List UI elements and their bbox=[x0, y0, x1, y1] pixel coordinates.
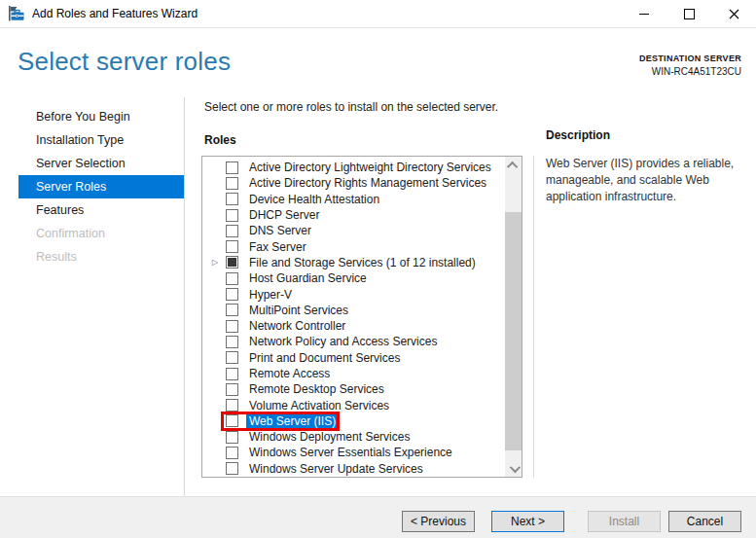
role-row-dhcp-server[interactable]: DHCP Server bbox=[202, 207, 505, 223]
role-label: Active Directory Lightweight Directory S… bbox=[246, 161, 494, 174]
role-label: DHCP Server bbox=[246, 208, 322, 222]
role-checkbox[interactable] bbox=[226, 462, 238, 475]
role-row-dns-server[interactable]: DNS Server bbox=[202, 223, 505, 238]
role-checkbox[interactable] bbox=[226, 304, 238, 316]
sidebar-item-server-roles[interactable]: Server Roles bbox=[18, 175, 184, 198]
role-checkbox[interactable] bbox=[226, 161, 238, 174]
maximize-button[interactable] bbox=[666, 0, 711, 27]
role-checkbox[interactable] bbox=[226, 256, 238, 269]
role-label: Windows Server Essentials Experience bbox=[246, 446, 455, 459]
checkbox-partial-fill bbox=[228, 258, 236, 267]
destination-server-block: DESTINATION SERVER WIN-RC4A51T23CU bbox=[639, 54, 741, 77]
destination-server-name: WIN-RC4A51T23CU bbox=[639, 66, 741, 77]
role-checkbox[interactable] bbox=[226, 447, 238, 459]
role-checkbox[interactable] bbox=[226, 414, 238, 427]
sidebar-item-features[interactable]: Features bbox=[0, 198, 184, 222]
role-row-windows-server-essentials-experience[interactable]: Windows Server Essentials Experience bbox=[202, 445, 505, 460]
role-label: Network Controller bbox=[246, 319, 348, 333]
role-label: File and Storage Services (1 of 12 insta… bbox=[246, 256, 479, 269]
role-row-device-health-attestation[interactable]: Device Health Attestation bbox=[202, 192, 505, 207]
role-label: DNS Server bbox=[246, 224, 314, 237]
role-row-fax-server[interactable]: Fax Server bbox=[202, 238, 505, 254]
role-row-hyper-v[interactable]: Hyper-V bbox=[202, 286, 505, 302]
previous-button[interactable]: < Previous bbox=[402, 511, 475, 532]
sidebar-item-server-selection[interactable]: Server Selection bbox=[0, 152, 184, 175]
role-checkbox[interactable] bbox=[226, 177, 238, 190]
role-row-remote-access[interactable]: Remote Access bbox=[202, 366, 505, 381]
chevron-down-icon bbox=[509, 461, 520, 472]
role-checkbox[interactable] bbox=[226, 383, 238, 396]
role-checkbox[interactable] bbox=[226, 225, 238, 237]
role-row-active-directory-lightweight-directory-services[interactable]: Active Directory Lightweight Directory S… bbox=[202, 160, 505, 175]
minimize-icon bbox=[639, 14, 649, 15]
title-bar: Add Roles and Features Wizard bbox=[0, 0, 756, 28]
role-checkbox[interactable] bbox=[226, 272, 238, 285]
scrollbar-thumb[interactable] bbox=[505, 212, 522, 450]
close-button[interactable] bbox=[711, 0, 756, 27]
sidebar-item-results: Results bbox=[0, 245, 184, 269]
scrollbar-down-button[interactable] bbox=[505, 460, 522, 477]
roles-list-label: Roles bbox=[204, 133, 236, 147]
role-label: Remote Desktop Services bbox=[246, 382, 387, 396]
role-checkbox[interactable] bbox=[226, 240, 238, 253]
roles-scrollbar[interactable] bbox=[505, 157, 522, 477]
role-label: Active Directory Rights Management Servi… bbox=[246, 176, 489, 190]
role-checkbox[interactable] bbox=[226, 209, 238, 222]
wizard-app-icon bbox=[8, 6, 24, 21]
role-label: Windows Deployment Services bbox=[246, 430, 413, 444]
next-button[interactable]: Next > bbox=[491, 511, 564, 532]
role-label: MultiPoint Services bbox=[246, 304, 351, 317]
description-text: Web Server (IIS) provides a reliable, ma… bbox=[546, 156, 745, 205]
role-row-file-and-storage-services-1-of-12-installed[interactable]: ▷File and Storage Services (1 of 12 inst… bbox=[202, 255, 505, 270]
role-row-web-server-iis[interactable]: Web Server (IIS) bbox=[202, 413, 505, 429]
role-checkbox[interactable] bbox=[226, 336, 238, 348]
role-checkbox[interactable] bbox=[226, 431, 238, 444]
chevron-up-icon bbox=[506, 161, 517, 171]
minimize-button[interactable] bbox=[622, 0, 666, 27]
cancel-button[interactable]: Cancel bbox=[668, 511, 741, 532]
role-row-remote-desktop-services[interactable]: Remote Desktop Services bbox=[202, 381, 505, 397]
expand-arrow-icon[interactable]: ▷ bbox=[212, 259, 226, 267]
role-checkbox[interactable] bbox=[226, 351, 238, 364]
role-checkbox[interactable] bbox=[226, 399, 238, 412]
role-label: Remote Access bbox=[246, 367, 333, 380]
install-button: Install bbox=[588, 511, 661, 532]
close-icon bbox=[729, 9, 739, 19]
footer-button-bar: < PreviousNext >InstallCancel bbox=[0, 496, 756, 538]
description-divider bbox=[533, 156, 534, 478]
wizard-steps-sidebar: Before You BeginInstallation TypeServer … bbox=[0, 97, 185, 496]
window-controls bbox=[622, 0, 756, 27]
sidebar-item-before-you-begin[interactable]: Before You Begin bbox=[0, 105, 184, 128]
sidebar-item-installation-type[interactable]: Installation Type bbox=[0, 128, 184, 152]
roles-rows: Active Directory Lightweight Directory S… bbox=[202, 160, 505, 477]
role-checkbox[interactable] bbox=[226, 193, 238, 205]
role-row-network-policy-and-access-services[interactable]: Network Policy and Access Services bbox=[202, 334, 505, 349]
sidebar-item-confirmation: Confirmation bbox=[0, 222, 184, 245]
role-label: Fax Server bbox=[246, 240, 309, 254]
roles-listbox: Active Directory Lightweight Directory S… bbox=[201, 156, 522, 478]
role-row-windows-deployment-services[interactable]: Windows Deployment Services bbox=[202, 429, 505, 445]
description-title: Description bbox=[546, 128, 745, 142]
maximize-icon bbox=[684, 9, 695, 19]
role-checkbox[interactable] bbox=[226, 288, 238, 301]
scrollbar-up-button[interactable] bbox=[505, 157, 522, 173]
role-row-host-guardian-service[interactable]: Host Guardian Service bbox=[202, 270, 505, 286]
page-title: Select server roles bbox=[18, 47, 231, 77]
role-checkbox[interactable] bbox=[226, 320, 238, 333]
role-row-active-directory-rights-management-services[interactable]: Active Directory Rights Management Servi… bbox=[202, 175, 505, 191]
role-checkbox[interactable] bbox=[226, 368, 238, 380]
role-label: Windows Server Update Services bbox=[246, 462, 426, 476]
role-label: Network Policy and Access Services bbox=[246, 335, 440, 348]
role-row-print-and-document-services[interactable]: Print and Document Services bbox=[202, 350, 505, 366]
role-row-network-controller[interactable]: Network Controller bbox=[202, 318, 505, 334]
role-label: Host Guardian Service bbox=[246, 271, 370, 285]
instruction-text: Select one or more roles to install on t… bbox=[204, 100, 498, 114]
window-title: Add Roles and Features Wizard bbox=[32, 7, 198, 20]
role-row-windows-server-update-services[interactable]: Windows Server Update Services bbox=[202, 461, 505, 477]
role-label: Device Health Attestation bbox=[246, 193, 382, 206]
role-label: Volume Activation Services bbox=[246, 399, 392, 412]
role-row-multipoint-services[interactable]: MultiPoint Services bbox=[202, 303, 505, 318]
role-row-volume-activation-services[interactable]: Volume Activation Services bbox=[202, 397, 505, 412]
role-label: Web Server (IIS) bbox=[246, 414, 339, 428]
role-label: Hyper-V bbox=[246, 288, 295, 302]
